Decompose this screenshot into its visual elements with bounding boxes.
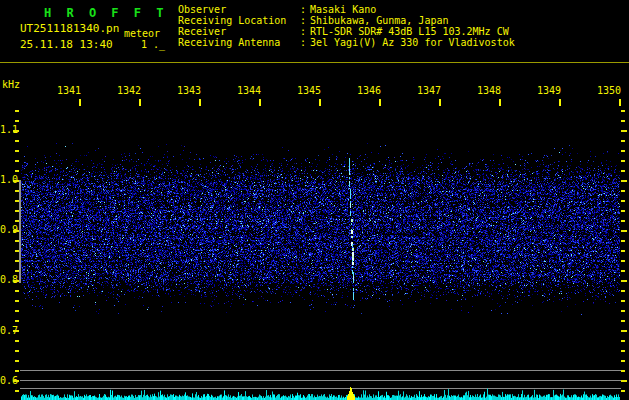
time-tick <box>79 99 81 106</box>
time-tick-label: 1341 <box>47 85 81 96</box>
freq-tick <box>15 150 19 152</box>
header-info-row: Observer:Masaki Kano <box>178 4 515 15</box>
freq-tick <box>621 110 625 112</box>
info-label: Observer <box>178 4 300 15</box>
time-tick-label: 1346 <box>347 85 381 96</box>
freq-tick <box>15 310 19 312</box>
freq-tick <box>13 130 19 132</box>
receiver-info-block: Observer:Masaki KanoReceiving Location:S… <box>178 4 515 48</box>
freq-tick <box>13 330 19 332</box>
freq-tick <box>621 160 625 162</box>
freq-tick-label: 0.7 <box>0 325 14 336</box>
time-tick <box>259 99 261 106</box>
time-tick-label: 1350 <box>587 85 621 96</box>
freq-tick <box>621 260 625 262</box>
header-info-row: Receiving Antenna:3el Yagi(V) Az 330 for… <box>178 37 515 48</box>
freq-tick <box>15 110 19 112</box>
freq-tick <box>621 200 625 202</box>
info-value: RTL-SDR SDR# 43dB L15 103.2MHz CW <box>310 26 509 37</box>
freq-tick <box>621 330 627 332</box>
freq-tick <box>621 230 627 232</box>
freq-tick <box>621 180 627 182</box>
freq-tick <box>15 120 19 122</box>
freq-tick <box>15 350 19 352</box>
time-tick-label: 1345 <box>287 85 321 96</box>
output-filename: UT2511181340.pn <box>20 22 119 35</box>
freq-tick <box>621 370 625 372</box>
freq-tick <box>621 210 625 212</box>
freq-tick <box>621 120 625 122</box>
time-tick <box>139 99 141 106</box>
freq-tick <box>15 390 19 392</box>
freq-tick-label: 0.9 <box>0 224 14 235</box>
freq-tick <box>621 140 625 142</box>
info-value: Shibukawa, Gunma, Japan <box>310 15 448 26</box>
time-tick <box>619 99 621 106</box>
freq-tick <box>621 240 625 242</box>
freq-tick <box>15 300 19 302</box>
hrofft-screen: H R O F F T UT2511181340.pn meteor 25.11… <box>0 0 629 400</box>
freq-tick <box>621 270 625 272</box>
time-tick-label: 1347 <box>407 85 441 96</box>
freq-tick <box>621 320 625 322</box>
app-title: H R O F F T <box>44 6 167 20</box>
freq-tick <box>621 360 625 362</box>
spectrogram-canvas <box>21 108 620 400</box>
freq-tick <box>15 290 19 292</box>
freq-tick <box>13 380 19 382</box>
freq-tick <box>621 300 625 302</box>
time-tick <box>559 99 561 106</box>
time-tick <box>319 99 321 106</box>
header-info-row: Receiving Location:Shibukawa, Gunma, Jap… <box>178 15 515 26</box>
time-tick-label: 1349 <box>527 85 561 96</box>
info-colon: : <box>300 37 310 48</box>
freq-tick <box>621 390 625 392</box>
time-tick <box>499 99 501 106</box>
freq-tick <box>15 370 19 372</box>
time-tick-label: 1344 <box>227 85 261 96</box>
freq-tick <box>621 190 625 192</box>
freq-tick <box>621 340 625 342</box>
freq-tick <box>621 130 627 132</box>
freq-tick-label: 1.1 <box>0 124 14 135</box>
freq-tick <box>621 170 625 172</box>
freq-tick <box>15 170 19 172</box>
freq-tick <box>15 340 19 342</box>
header-separator-line <box>0 62 629 63</box>
time-tick-label: 1343 <box>167 85 201 96</box>
info-label: Receiver <box>178 26 300 37</box>
time-tick-label: 1342 <box>107 85 141 96</box>
info-value: 3el Yagi(V) Az 330 for Vladivostok <box>310 37 515 48</box>
freq-tick <box>621 280 627 282</box>
freq-tick-label: 0.6 <box>0 375 14 386</box>
freq-tick-label: 1.0 <box>0 174 14 185</box>
freq-tick <box>15 360 19 362</box>
freq-tick-label: 0.8 <box>0 274 14 285</box>
info-colon: : <box>300 26 310 37</box>
info-value: Masaki Kano <box>310 4 376 15</box>
freq-tick <box>621 290 625 292</box>
y-axis-unit-label: kHz <box>2 79 20 90</box>
info-colon: : <box>300 15 310 26</box>
time-tick <box>379 99 381 106</box>
freq-tick <box>15 140 19 142</box>
freq-tick <box>15 320 19 322</box>
freq-tick <box>621 350 625 352</box>
header-info-row: Receiver:RTL-SDR SDR# 43dB L15 103.2MHz … <box>178 26 515 37</box>
info-label: Receiving Antenna <box>178 37 300 48</box>
timestamp: 25.11.18 13:40 <box>20 38 113 51</box>
time-tick <box>199 99 201 106</box>
freq-tick <box>621 150 625 152</box>
freq-tick <box>15 160 19 162</box>
freq-tick <box>621 380 627 382</box>
time-tick <box>439 99 441 106</box>
station-label: meteor <box>124 28 160 39</box>
info-label: Receiving Location <box>178 15 300 26</box>
time-tick-label: 1348 <box>467 85 501 96</box>
echo-counter: 1 ._ <box>141 39 165 50</box>
freq-tick <box>621 310 625 312</box>
freq-tick <box>621 220 625 222</box>
freq-tick <box>621 250 625 252</box>
info-colon: : <box>300 4 310 15</box>
